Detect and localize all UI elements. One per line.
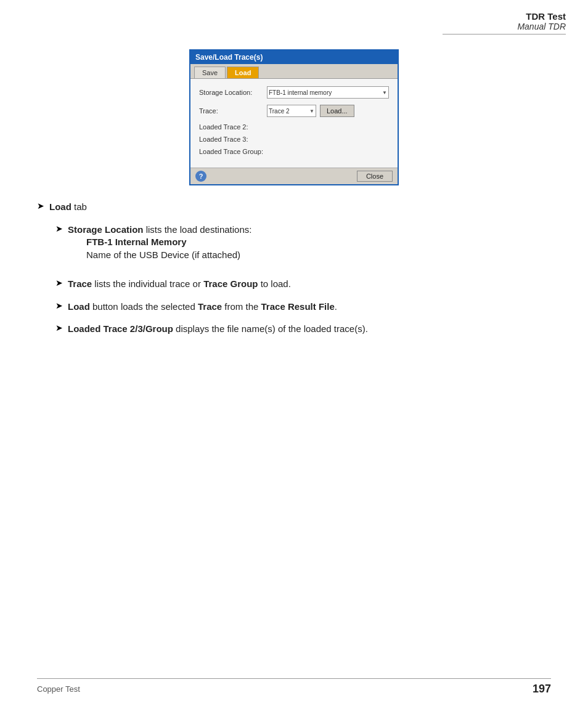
trace-group-bold: Trace Group bbox=[203, 278, 258, 289]
bullet-storage-location: ➤ Storage Location lists the load destin… bbox=[37, 223, 551, 269]
storage-location-select[interactable]: FTB-1 internal memory ▼ bbox=[267, 86, 389, 99]
load-tab-text: Load tab bbox=[49, 200, 87, 214]
arrow-icon-storage: ➤ bbox=[55, 224, 63, 233]
dialog-footer: ? Close bbox=[190, 168, 398, 184]
loaded-trace-group-label: Loaded Trace Group: bbox=[199, 148, 263, 155]
storage-bold: Storage Location bbox=[68, 224, 144, 235]
dialog-titlebar: Save/Load Trace(s) bbox=[190, 51, 398, 64]
trace-label: Trace: bbox=[199, 107, 267, 115]
bullet-load-tab: ➤ Load tab bbox=[37, 200, 551, 214]
page-footer: Copper Test 197 bbox=[37, 678, 551, 696]
header-divider bbox=[443, 34, 566, 34]
arrow-icon-loaded: ➤ bbox=[55, 323, 63, 333]
trace-result-bold: Trace Result File bbox=[261, 301, 335, 312]
section-title: Manual TDR bbox=[443, 22, 566, 31]
loaded-trace-text: Loaded Trace 2/3/Group displays the file… bbox=[68, 322, 368, 336]
dialog-screenshot: Save/Load Trace(s) Save Load Storage Loc… bbox=[37, 49, 551, 185]
loaded-trace2-label: Loaded Trace 2: bbox=[199, 123, 248, 131]
load-bold: Load bbox=[49, 201, 71, 212]
bullet-loaded-trace: ➤ Loaded Trace 2/3/Group displays the fi… bbox=[37, 322, 551, 336]
storage-location-row: Storage Location: FTB-1 internal memory … bbox=[199, 86, 389, 99]
dropdown-arrow-icon: ▼ bbox=[382, 90, 387, 95]
page-number: 197 bbox=[533, 683, 551, 696]
load-btn-bold: Load bbox=[68, 301, 90, 312]
help-button[interactable]: ? bbox=[195, 171, 206, 182]
bullet-trace: ➤ Trace lists the individual trace or Tr… bbox=[37, 277, 551, 291]
dialog-title: Save/Load Trace(s) bbox=[195, 53, 263, 62]
page-header: TDR Test Manual TDR bbox=[443, 11, 566, 34]
trace-select[interactable]: Trace 2 ▼ bbox=[267, 105, 316, 117]
footer-section: Copper Test bbox=[37, 684, 80, 694]
trace-row: Trace: Trace 2 ▼ Load... bbox=[199, 105, 389, 117]
trace-value: Trace 2 bbox=[269, 108, 290, 115]
ftb-text: FTB-1 Internal Memory bbox=[86, 237, 251, 247]
trace-bold: Trace bbox=[68, 278, 92, 289]
main-content: Save/Load Trace(s) Save Load Storage Loc… bbox=[37, 49, 551, 345]
storage-sub-content: FTB-1 Internal Memory Name of the USB De… bbox=[68, 237, 251, 260]
arrow-icon: ➤ bbox=[37, 201, 44, 211]
storage-location-content: Storage Location lists the load destinat… bbox=[68, 223, 251, 269]
usb-text: Name of the USB Device (if attached) bbox=[86, 249, 251, 260]
trace-controls: Trace 2 ▼ Load... bbox=[267, 105, 354, 117]
dialog-tab-bar: Save Load bbox=[190, 64, 398, 79]
trace-ref-bold: Trace bbox=[198, 301, 222, 312]
storage-location-label: Storage Location: bbox=[199, 89, 267, 96]
loaded-trace-bold: Loaded Trace 2/3/Group bbox=[68, 323, 173, 334]
chapter-title: TDR Test bbox=[443, 11, 566, 22]
load-button[interactable]: Load... bbox=[320, 105, 354, 117]
trace-text: Trace lists the individual trace or Trac… bbox=[68, 277, 291, 291]
storage-location-value: FTB-1 internal memory bbox=[269, 89, 332, 96]
trace-dropdown-arrow-icon: ▼ bbox=[309, 108, 314, 114]
close-button[interactable]: Close bbox=[357, 171, 393, 182]
loaded-trace2-row: Loaded Trace 2: bbox=[199, 123, 389, 131]
loaded-trace-group-row: Loaded Trace Group: bbox=[199, 148, 389, 155]
loaded-trace3-label: Loaded Trace 3: bbox=[199, 136, 248, 143]
tab-save[interactable]: Save bbox=[194, 67, 226, 78]
save-load-dialog: Save/Load Trace(s) Save Load Storage Loc… bbox=[189, 49, 399, 185]
loaded-trace3-row: Loaded Trace 3: bbox=[199, 136, 389, 143]
tab-load[interactable]: Load bbox=[227, 67, 259, 78]
bullet-load-btn: ➤ Load button loads the selected Trace f… bbox=[37, 300, 551, 314]
bullet-list: ➤ Load tab ➤ Storage Location lists the … bbox=[37, 200, 551, 336]
dialog-body: Storage Location: FTB-1 internal memory … bbox=[190, 79, 398, 168]
arrow-icon-trace: ➤ bbox=[55, 278, 63, 288]
arrow-icon-load: ➤ bbox=[55, 301, 63, 310]
load-btn-text: Load button loads the selected Trace fro… bbox=[68, 300, 337, 314]
